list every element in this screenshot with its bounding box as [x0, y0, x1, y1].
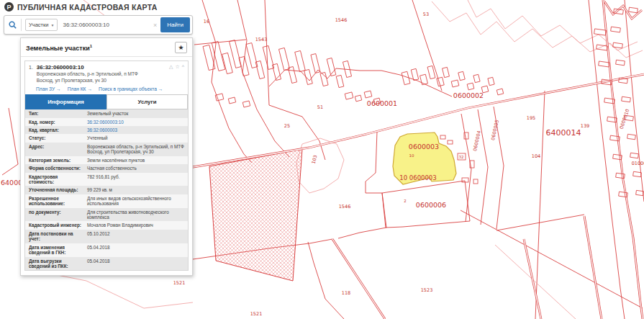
search-input[interactable] — [61, 21, 149, 29]
info-row-value: Для иных видов сельскохозяйственного исп… — [86, 194, 188, 208]
building-outline — [458, 71, 465, 80]
building-outline — [611, 27, 621, 32]
info-row: Дата выгрузки сведений из ПКК:05.04.2018 — [25, 257, 188, 271]
map-label: 118 — [342, 290, 350, 296]
info-row-value[interactable]: 36:32:0600003 — [86, 126, 188, 134]
info-row-value: Учтенный — [86, 134, 188, 142]
parcel-boundary — [495, 245, 576, 319]
app-header: Р ПУБЛИЧНАЯ КАДАСТРОВАЯ КАРТА — [4, 2, 158, 12]
building-outline — [467, 83, 474, 90]
info-row-value: Земельный участок — [86, 109, 188, 117]
map-label: 32 — [459, 155, 464, 159]
map-label: 1543 — [255, 37, 268, 42]
info-row-label: Адрес: — [25, 143, 86, 156]
info-row-label: Кадастровый инженер: — [25, 221, 86, 229]
parcel-boundary — [202, 0, 252, 163]
building-outline — [345, 92, 353, 99]
map-label: 195 — [527, 115, 535, 121]
map-label: 0600003 — [409, 143, 439, 150]
building-outline — [336, 75, 344, 87]
map-label: 2 — [404, 199, 407, 203]
results-panel-title: Земельные участки1 — [26, 44, 92, 52]
building-outline — [364, 91, 372, 98]
building-outline — [420, 74, 428, 85]
results-panel-header: Земельные участки1 ★ — [21, 38, 192, 57]
building-outline — [630, 153, 639, 158]
rosreestr-logo-icon: Р — [4, 2, 14, 12]
warning-icon[interactable]: △ — [169, 64, 173, 70]
info-row-label: Дата изменения сведений в ГКН: — [25, 243, 86, 257]
cadastral-number[interactable]: 36:32:0600003:10 — [37, 64, 138, 71]
info-row-value: Мочалов Роман Владимирович — [86, 221, 188, 229]
building-outline — [437, 77, 444, 86]
parcel-boundary — [535, 91, 545, 319]
info-row-label: Форма собственности: — [25, 164, 86, 172]
building-outline — [228, 97, 235, 104]
tab-1[interactable]: Услуги — [106, 94, 188, 109]
info-row-label: Статус: — [25, 134, 86, 142]
info-row: Форма собственности:Частная собственност… — [25, 164, 188, 172]
building-outline — [230, 40, 242, 68]
info-row-label: Тип: — [25, 109, 86, 117]
map-label: 1523 — [421, 287, 433, 293]
building-outline — [304, 69, 313, 84]
parcel-boundary — [625, 0, 644, 202]
building-outline — [636, 190, 644, 195]
building-outline — [599, 61, 610, 67]
search-bar: Участки ▼ × Найти — [4, 15, 193, 35]
parcel-boundary — [478, 109, 488, 225]
parcel-boundary — [496, 215, 584, 230]
clear-search-icon[interactable]: × — [153, 22, 157, 29]
map-label: 0600006 — [416, 201, 446, 209]
map-label: 104 — [532, 153, 540, 159]
building-outline — [355, 95, 361, 102]
building-outline — [242, 101, 250, 107]
info-row: Статус:Учтенный — [25, 134, 188, 142]
cadastral-map-app: 1543154653162551103060000106000020600003… — [0, 0, 644, 319]
hatched-parcel — [209, 149, 302, 281]
parcel-boundary — [468, 0, 638, 50]
building-outline — [448, 140, 453, 144]
road-center — [332, 239, 385, 319]
building-outline — [320, 72, 328, 86]
building-outline — [295, 50, 306, 71]
road-center — [524, 239, 541, 319]
map-label: 10 0600003 — [399, 174, 436, 181]
map-label: 25 — [284, 123, 290, 129]
building-outline — [633, 171, 642, 176]
map-label: 0600010 — [619, 108, 631, 130]
search-category-dropdown[interactable]: Участки ▼ — [25, 19, 58, 31]
building-outline — [622, 96, 631, 102]
info-row: Дата постановки на учет:05.10.2012 — [25, 230, 188, 243]
parcel-boundary — [194, 40, 246, 45]
info-row: по документу:Для строительства животново… — [25, 208, 188, 222]
app-title: ПУБЛИЧНАЯ КАДАСТРОВАЯ КАРТА — [17, 3, 158, 12]
search-category-label: Участки — [29, 22, 49, 28]
map-label: 10 — [409, 153, 414, 158]
info-row-value: 05.04.2018 — [86, 257, 188, 271]
parcel-result-item: 1. 36:32:0600003:10 Воронежская область,… — [24, 60, 189, 271]
parcel-boundary — [338, 131, 386, 238]
star-icon[interactable]: ☆ — [175, 64, 179, 70]
map-label: 6400014 — [546, 128, 581, 138]
building-outline — [627, 134, 636, 139]
info-row-value[interactable]: 36:32:0600003:10 — [86, 118, 188, 126]
collapse-icon[interactable]: ^ — [182, 64, 184, 70]
parcel-boundary — [237, 0, 289, 157]
favorites-button[interactable]: ★ — [175, 42, 187, 53]
building-outline — [327, 58, 336, 76]
building-outline — [597, 45, 608, 50]
parcel-link[interactable]: План КК → — [68, 86, 92, 91]
parcel-boundary — [265, 0, 269, 105]
tab-0[interactable]: Информация — [25, 94, 106, 109]
search-button[interactable]: Найти — [160, 17, 190, 32]
info-row: Дата изменения сведений в ГКН:05.04.2018 — [25, 243, 188, 257]
parcel-link[interactable]: Поиск в границах объекта → — [99, 86, 163, 91]
parcel-link[interactable]: План ЗУ → — [36, 86, 61, 91]
parcel-boundary — [296, 138, 344, 193]
results-count: 1 — [90, 44, 92, 48]
building-outline — [594, 29, 607, 35]
building-outline — [629, 7, 638, 13]
info-row: Адрес:Воронежская область, р-н Эртильски… — [25, 143, 188, 156]
map-label: 1521 — [250, 311, 263, 317]
